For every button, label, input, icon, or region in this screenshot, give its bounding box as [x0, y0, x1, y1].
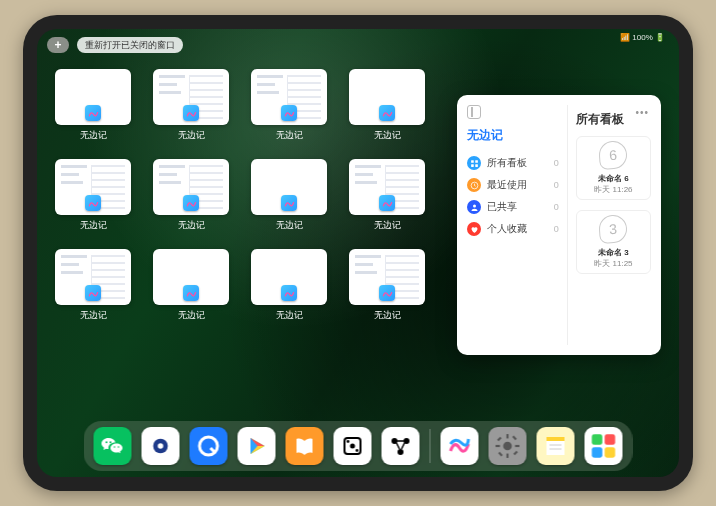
- heart-icon: [467, 222, 481, 236]
- sidebar-item-count: 0: [554, 202, 559, 212]
- dock-browser1-icon[interactable]: [142, 427, 180, 465]
- window-card[interactable]: 无边记: [153, 159, 229, 239]
- freeform-app-icon: [85, 195, 101, 211]
- person-icon: [467, 200, 481, 214]
- dock-settings-icon[interactable]: [489, 427, 527, 465]
- panel-left-title: 无边记: [467, 127, 559, 144]
- board-glyph: 3: [598, 214, 628, 244]
- freeform-panel[interactable]: 无边记 所有看板 0 最近使用 0 已共享 0 个人收藏 0 •••: [457, 95, 661, 355]
- window-card[interactable]: 无边记: [251, 159, 327, 239]
- sidebar-item-count: 0: [554, 180, 559, 190]
- svg-rect-18: [506, 454, 508, 458]
- dock-dice-icon[interactable]: [334, 427, 372, 465]
- window-card[interactable]: 无边记: [349, 69, 425, 149]
- freeform-app-icon: [379, 195, 395, 211]
- window-thumbnail: [55, 159, 131, 215]
- window-label: 无边记: [276, 129, 303, 142]
- reopen-closed-window-pill[interactable]: 重新打开已关闭的窗口: [77, 37, 183, 53]
- screen: 📶 100% 🔋 + 重新打开已关闭的窗口 无边记 无边记 无边记 无: [37, 29, 679, 477]
- window-label: 无边记: [374, 309, 401, 322]
- dock-browser2-icon[interactable]: [190, 427, 228, 465]
- grid-icon: [467, 156, 481, 170]
- dock-nodes-icon[interactable]: [382, 427, 420, 465]
- window-thumbnail: [55, 249, 131, 305]
- svg-point-5: [473, 204, 476, 207]
- dock: [84, 421, 633, 471]
- sidebar-item-grid[interactable]: 所有看板 0: [467, 152, 559, 174]
- window-thumbnail: [55, 69, 131, 125]
- window-card[interactable]: 无边记: [349, 159, 425, 239]
- panel-main: ••• 所有看板 6 未命名 6 昨天 11:263 未命名 3 昨天 11:2…: [567, 105, 651, 345]
- board-subtitle: 昨天 11:26: [594, 184, 632, 195]
- sidebar-item-label: 个人收藏: [487, 222, 527, 236]
- svg-point-10: [350, 444, 355, 449]
- window-label: 无边记: [80, 219, 107, 232]
- freeform-app-icon: [85, 105, 101, 121]
- window-card[interactable]: 无边记: [153, 69, 229, 149]
- freeform-app-icon: [281, 195, 297, 211]
- window-card[interactable]: 无边记: [55, 159, 131, 239]
- sidebar-item-label: 已共享: [487, 200, 517, 214]
- window-card[interactable]: 无边记: [251, 249, 327, 329]
- freeform-app-icon: [85, 285, 101, 301]
- window-label: 无边记: [374, 219, 401, 232]
- board-card[interactable]: 3 未命名 3 昨天 11:25: [576, 210, 651, 274]
- window-label: 无边记: [80, 309, 107, 322]
- dock-wechat-icon[interactable]: [94, 427, 132, 465]
- board-title: 未命名 6: [598, 173, 629, 184]
- window-card[interactable]: 无边记: [153, 249, 229, 329]
- window-label: 无边记: [178, 309, 205, 322]
- svg-point-16: [503, 442, 512, 451]
- board-card[interactable]: 6 未命名 6 昨天 11:26: [576, 136, 651, 200]
- window-thumbnail: [349, 159, 425, 215]
- dock-library-icon[interactable]: [585, 427, 623, 465]
- window-card[interactable]: 无边记: [251, 69, 327, 149]
- sidebar-item-count: 0: [554, 224, 559, 234]
- freeform-app-icon: [281, 285, 297, 301]
- panel-sidebar: 无边记 所有看板 0 最近使用 0 已共享 0 个人收藏 0: [467, 105, 559, 345]
- window-card[interactable]: 无边记: [55, 69, 131, 149]
- window-label: 无边记: [178, 129, 205, 142]
- more-icon[interactable]: •••: [635, 107, 649, 118]
- window-thumbnail: [349, 69, 425, 125]
- freeform-app-icon: [183, 195, 199, 211]
- freeform-app-icon: [183, 285, 199, 301]
- clock-icon: [467, 178, 481, 192]
- window-label: 无边记: [178, 219, 205, 232]
- board-subtitle: 昨天 11:25: [594, 258, 632, 269]
- svg-rect-17: [506, 434, 508, 438]
- svg-rect-27: [592, 434, 602, 445]
- sidebar-item-person[interactable]: 已共享 0: [467, 196, 559, 218]
- dock-separator: [430, 429, 431, 463]
- svg-rect-23: [512, 436, 517, 441]
- svg-rect-30: [605, 447, 616, 458]
- window-label: 无边记: [276, 219, 303, 232]
- svg-rect-2: [471, 164, 474, 167]
- sidebar-item-heart[interactable]: 个人收藏 0: [467, 218, 559, 240]
- window-thumbnail: [251, 69, 327, 125]
- window-card[interactable]: 无边记: [349, 249, 425, 329]
- window-card[interactable]: 无边记: [55, 249, 131, 329]
- ipad-frame: 📶 100% 🔋 + 重新打开已关闭的窗口 无边记 无边记 无边记 无: [23, 15, 693, 491]
- sidebar-icon: [467, 105, 481, 119]
- new-window-button[interactable]: +: [47, 37, 69, 53]
- sidebar-item-label: 最近使用: [487, 178, 527, 192]
- freeform-app-icon: [379, 105, 395, 121]
- freeform-app-icon: [379, 285, 395, 301]
- dock-books-icon[interactable]: [286, 427, 324, 465]
- svg-rect-25: [547, 437, 565, 441]
- window-thumbnail: [153, 249, 229, 305]
- svg-rect-28: [605, 434, 616, 445]
- svg-point-11: [347, 440, 350, 443]
- window-thumbnail: [153, 69, 229, 125]
- window-thumbnail: [251, 249, 327, 305]
- sidebar-item-count: 0: [554, 158, 559, 168]
- svg-rect-1: [475, 160, 478, 163]
- dock-play-icon[interactable]: [238, 427, 276, 465]
- window-thumbnail: [349, 249, 425, 305]
- window-label: 无边记: [374, 129, 401, 142]
- dock-notes-icon[interactable]: [537, 427, 575, 465]
- sidebar-item-clock[interactable]: 最近使用 0: [467, 174, 559, 196]
- dock-freeform-icon[interactable]: [441, 427, 479, 465]
- freeform-app-icon: [183, 105, 199, 121]
